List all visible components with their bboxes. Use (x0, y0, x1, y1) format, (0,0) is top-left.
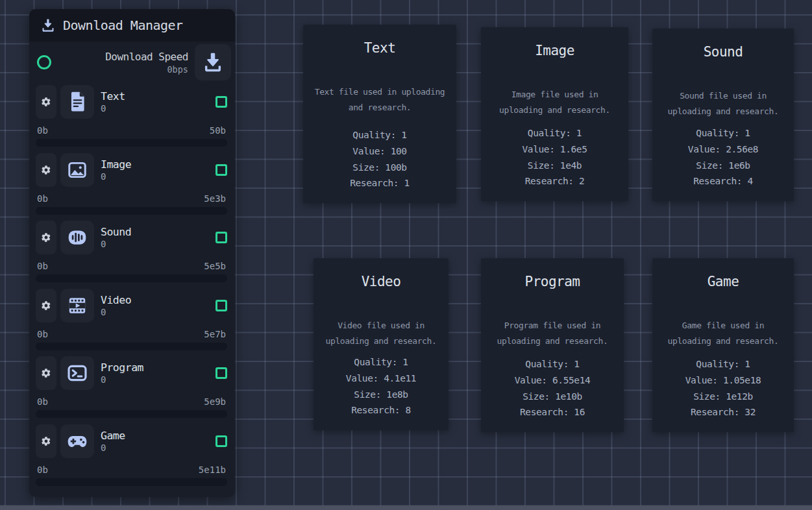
horizontal-scrollbar[interactable] (0, 505, 812, 510)
settings-button[interactable] (36, 289, 56, 322)
item-progress-current: 0b (37, 396, 48, 407)
tooltip-card-text: Text Text file used in uploading and res… (303, 25, 456, 203)
item-progress-max: 50b (210, 125, 226, 136)
item-progress-bar (36, 207, 227, 215)
stat-value: Value: 1.05e18 (685, 372, 761, 389)
item-checkbox[interactable] (215, 435, 227, 447)
stat-size: Size: 1e12b (685, 389, 761, 405)
card-title: Game (707, 274, 739, 289)
item-checkbox[interactable] (215, 232, 227, 243)
stat-value: Value: 1.6e5 (523, 141, 587, 158)
card-description: Text file used in uploading and research… (308, 84, 451, 115)
stat-research: Research: 8 (346, 402, 416, 419)
file-sound-icon[interactable] (60, 221, 94, 254)
item-progress-bar (36, 139, 227, 147)
file-text-icon[interactable] (60, 85, 94, 119)
settings-button[interactable] (36, 85, 56, 119)
item-count: 0 (101, 103, 125, 114)
download-item-sound: Sound 0 0b 5e5b (29, 219, 235, 287)
stat-quality: Quality: 1 (523, 125, 587, 141)
item-progress-current: 0b (37, 465, 48, 475)
settings-button[interactable] (36, 356, 56, 390)
item-progress-bar (36, 343, 227, 350)
stat-value: Value: 100 (350, 143, 410, 160)
item-name: Program (101, 361, 143, 374)
stat-research: Research: 1 (350, 175, 410, 191)
stat-size: Size: 1e10b (515, 389, 591, 405)
stat-value: Value: 6.55e14 (515, 372, 591, 389)
download-item-image: Image 0 0b 5e3b (29, 151, 235, 219)
stat-size: Size: 100b (350, 160, 410, 176)
settings-button[interactable] (36, 153, 56, 187)
card-title: Text (364, 40, 396, 56)
panel-title: Download Manager (63, 18, 183, 33)
item-name: Sound (101, 226, 131, 238)
item-checkbox[interactable] (215, 300, 227, 311)
download-manager-panel: Download Manager Download Speed 0bps (29, 9, 235, 497)
settings-button[interactable] (36, 221, 56, 254)
status-ring-icon[interactable] (37, 55, 51, 69)
download-item-program: Program 0 0b 5e9b (29, 354, 235, 422)
download-item-game: Game 0 0b 5e11b (29, 422, 235, 491)
download-button[interactable] (195, 44, 231, 80)
item-progress-current: 0b (37, 261, 48, 271)
tooltip-card-video: Video Video file used in uploading and r… (314, 258, 449, 430)
card-title: Video (362, 274, 401, 289)
stat-size: Size: 1e8b (346, 387, 416, 403)
stat-research: Research: 16 (515, 404, 591, 420)
item-checkbox[interactable] (215, 96, 227, 108)
stat-quality: Quality: 1 (346, 354, 416, 370)
file-image-icon[interactable] (60, 153, 94, 187)
card-title: Image (535, 43, 574, 58)
item-progress-current: 0b (37, 193, 48, 204)
stat-research: Research: 4 (688, 173, 758, 189)
item-checkbox[interactable] (215, 367, 227, 379)
settings-button[interactable] (36, 424, 56, 458)
stat-quality: Quality: 1 (350, 127, 410, 143)
item-progress-max: 5e3b (204, 193, 226, 204)
download-item-text: Text 0 0b 50b (29, 83, 235, 151)
item-name: Image (101, 158, 131, 171)
item-progress-max: 5e7b (204, 329, 226, 339)
card-description: Game file used in uploading and research… (658, 318, 789, 349)
item-count: 0 (101, 239, 131, 249)
stat-research: Research: 32 (685, 404, 761, 420)
panel-header: Download Manager (29, 9, 235, 42)
card-description: Program file used in uploading and resea… (486, 318, 619, 349)
file-video-icon[interactable] (60, 289, 94, 322)
item-count: 0 (101, 171, 131, 182)
card-description: Sound file used in uploading and researc… (658, 88, 789, 119)
stat-quality: Quality: 1 (688, 125, 758, 141)
item-progress-bar (36, 478, 227, 486)
download-item-video: Video 0 0b 5e7b (29, 287, 235, 355)
tooltip-card-sound: Sound Sound file used in uploading and r… (652, 29, 794, 201)
stat-size: Size: 1e4b (523, 158, 587, 174)
stat-quality: Quality: 1 (515, 356, 591, 372)
stat-size: Size: 1e6b (688, 158, 758, 174)
item-progress-max: 5e5b (204, 261, 226, 271)
item-progress-bar (36, 410, 227, 418)
download-speed-row: Download Speed 0bps (29, 42, 235, 83)
card-description: Image file used in uploading and researc… (486, 87, 623, 118)
item-checkbox[interactable] (215, 164, 227, 176)
stat-research: Research: 2 (523, 173, 587, 189)
card-title: Sound (704, 44, 743, 60)
file-game-icon[interactable] (60, 424, 94, 458)
tooltip-card-image: Image Image file used in uploading and r… (481, 27, 628, 201)
tooltip-card-program: Program Program file used in uploading a… (481, 258, 624, 432)
stat-value: Value: 2.56e8 (688, 141, 758, 158)
item-progress-bar (36, 274, 227, 282)
item-count: 0 (101, 443, 125, 453)
file-program-icon[interactable] (60, 356, 94, 390)
download-icon (40, 18, 56, 33)
stat-value: Value: 4.1e11 (346, 370, 416, 387)
item-progress-current: 0b (37, 329, 48, 339)
download-speed-label: Download Speed (51, 51, 188, 63)
stat-quality: Quality: 1 (685, 356, 761, 372)
download-speed-value: 0bps (51, 64, 188, 75)
item-name: Game (101, 430, 125, 442)
card-title: Program (524, 274, 580, 289)
item-name: Video (101, 294, 131, 306)
item-name: Text (101, 90, 125, 103)
item-count: 0 (101, 374, 143, 385)
